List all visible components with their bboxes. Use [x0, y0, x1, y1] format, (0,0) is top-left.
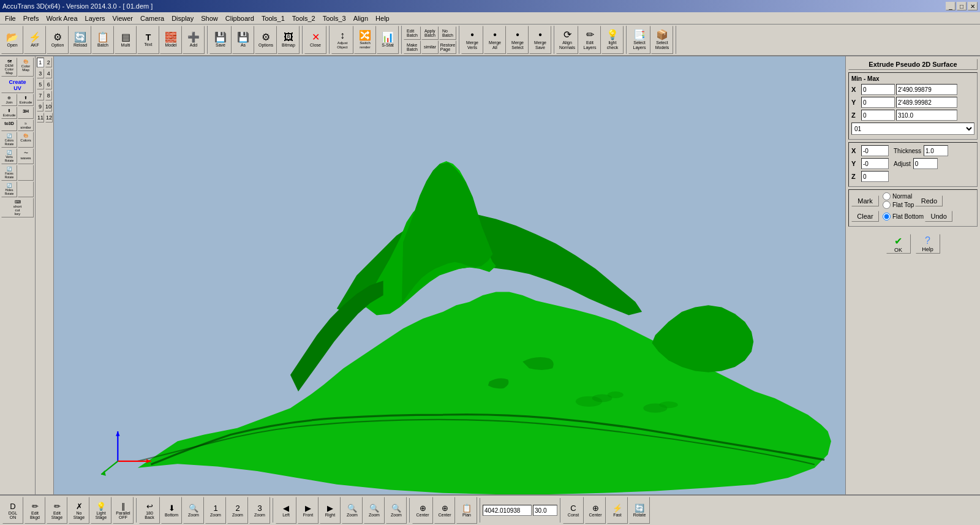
btm-fast[interactable]: ⚡Fast — [607, 497, 628, 524]
x-min-input[interactable] — [861, 84, 895, 95]
radio-flat-top[interactable]: Flat Top — [883, 201, 914, 209]
toolbar-open[interactable]: 📂Open — [1, 26, 23, 54]
adjust-input[interactable] — [913, 158, 938, 169]
btm-180[interactable]: ↩180Back — [139, 497, 160, 524]
num-tab-10[interactable]: 10 — [45, 102, 52, 111]
radio-flat-bottom[interactable]: Flat Bottom — [883, 213, 924, 221]
num-tab-7[interactable]: 7 — [37, 91, 44, 100]
num-tab-4[interactable]: 4 — [45, 69, 53, 78]
close-button[interactable]: ✕ — [968, 2, 978, 10]
num-tab-11[interactable]: 11 — [37, 113, 44, 123]
help-button[interactable]: ? Help — [916, 234, 940, 254]
num-tab-5[interactable]: 5 — [37, 80, 44, 89]
radio-flat-top-input[interactable] — [883, 201, 891, 209]
btm-center1[interactable]: ⊕Center — [412, 497, 433, 524]
toolbar-select-models[interactable]: 📦SelectModels — [651, 26, 673, 54]
radio-flat-bottom-input[interactable] — [883, 213, 891, 221]
toolbar-align-normals[interactable]: ⟳AlignNormals — [556, 26, 578, 54]
menu-viewer[interactable]: Viewer — [109, 13, 137, 23]
layer-select[interactable]: 01 — [851, 123, 974, 135]
toolbar-add[interactable]: ➕Add — [183, 26, 205, 54]
btm-front[interactable]: ▶Front — [298, 497, 318, 524]
thickness-input[interactable] — [924, 145, 948, 156]
sidebar-3h[interactable]: 3H — [18, 107, 34, 119]
clear-button[interactable]: Clear — [851, 211, 879, 222]
coord-display[interactable] — [483, 505, 532, 516]
btm-center2[interactable]: ⊕Center — [434, 497, 455, 524]
undo-button[interactable]: Undo — [925, 211, 952, 222]
menu-align[interactable]: Align — [350, 13, 372, 23]
num-tab-8[interactable]: 8 — [45, 91, 53, 100]
sidebar-holes2[interactable] — [18, 181, 34, 197]
btm-no-stage[interactable]: ✗NoStage — [69, 497, 89, 524]
toolbar-akf[interactable]: ⚡AKF — [24, 26, 46, 54]
x2-input[interactable] — [861, 145, 889, 156]
num-tab-6[interactable]: 6 — [45, 80, 53, 89]
btm-zoom2[interactable]: 2Zoom — [227, 497, 248, 524]
menu-clipboard[interactable]: Clipboard — [222, 13, 258, 23]
btm-edit-stage[interactable]: ✏EditStage — [47, 497, 67, 524]
btm-light-stage[interactable]: 💡LightStage — [91, 497, 111, 524]
toolbar-merge-all[interactable]: •MergeAll — [484, 26, 506, 54]
menu-layers[interactable]: Layers — [81, 13, 109, 23]
btm-zoom5[interactable]: 🔍Zoom — [364, 497, 385, 524]
sidebar-dem[interactable]: 🗺DEMColorMap — [1, 58, 17, 77]
toolbar-restore-page[interactable]: RestorePage — [439, 40, 456, 54]
toolbar-merge-verts[interactable]: •MergeVerts — [461, 26, 483, 54]
minimize-button[interactable]: _ — [946, 2, 956, 10]
toolbar-multi[interactable]: ▤Multi — [115, 26, 137, 54]
z-max-input[interactable] — [896, 110, 957, 121]
toolbar-edit-layers[interactable]: ✏EditLayers — [579, 26, 601, 54]
x-max-input[interactable] — [896, 84, 957, 95]
y-min-input[interactable] — [861, 97, 895, 108]
toolbar-switch-render[interactable]: 🔀Switch render — [354, 26, 376, 54]
menu-workarea[interactable]: Work Area — [42, 13, 81, 23]
menu-display[interactable]: Display — [168, 13, 197, 23]
btm-zoom1[interactable]: 1Zoom — [205, 497, 226, 524]
btm-const[interactable]: CConst — [563, 497, 584, 524]
z-min-input[interactable] — [861, 110, 895, 121]
toolbar-adjust-object[interactable]: ↕Adjust Object — [331, 26, 353, 54]
menu-tools2[interactable]: Tools_2 — [288, 13, 319, 23]
zoom-val[interactable] — [533, 505, 557, 516]
menu-show[interactable]: Show — [197, 13, 222, 23]
toolbar-no-batch[interactable]: NoBatch — [439, 26, 456, 40]
btm-dgl[interactable]: DDGLON — [2, 497, 23, 524]
btm-zoom-out[interactable]: 🔍Zoom — [183, 497, 204, 524]
toolbar-select-layers[interactable]: 📑SelectLayers — [628, 26, 650, 54]
sidebar-similar[interactable]: ≈similar — [18, 119, 34, 131]
toolbar-merge-save[interactable]: •MergeSave — [529, 26, 551, 54]
menu-file[interactable]: File — [1, 13, 20, 23]
sidebar-waves[interactable]: 〜waves — [18, 148, 34, 164]
mark-button[interactable]: Mark — [851, 195, 879, 206]
menu-tools1[interactable]: Tools_1 — [258, 13, 288, 23]
btm-zoom6[interactable]: 🔍Zoom — [386, 497, 407, 524]
y-max-input[interactable] — [896, 97, 957, 108]
radio-normal[interactable]: Normal — [883, 192, 914, 200]
toolbar-sstat[interactable]: 📊S-Stat — [377, 26, 399, 54]
toolbar-similar[interactable]: similar — [421, 40, 439, 54]
btm-left[interactable]: ◀Left — [276, 497, 296, 524]
sidebar-faces2[interactable] — [18, 165, 34, 181]
toolbar-reload[interactable]: 🔄Reload — [69, 26, 91, 54]
btm-parallel[interactable]: ∥ParallelOFF — [113, 497, 134, 524]
sidebar-colors2[interactable]: 🎨Colors — [18, 132, 34, 148]
toolbar-bitmap[interactable]: 🖼Bitmap — [277, 26, 300, 54]
menu-prefs[interactable]: Prefs — [20, 13, 43, 23]
btm-bottom[interactable]: ⬇Bottom — [161, 497, 182, 524]
toolbar-merge-select[interactable]: •MergeSelect — [507, 26, 529, 54]
sidebar-create-uv[interactable]: CreateUV — [1, 77, 34, 93]
menu-camera[interactable]: Camera — [137, 13, 168, 23]
toolbar-light-check[interactable]: 💡lightcheck — [601, 26, 624, 54]
num-tab-12[interactable]: 12 — [45, 113, 53, 123]
num-tab-9[interactable]: 9 — [37, 102, 43, 111]
toolbar-save[interactable]: 💾Save — [209, 26, 232, 54]
toolbar-make-batch[interactable]: MakeBatch — [404, 40, 421, 54]
num-tab-1[interactable]: 1 — [37, 58, 44, 67]
btm-edit-bkgd[interactable]: ✏EditBkgd — [24, 497, 45, 524]
num-tab-2[interactable]: 2 — [45, 58, 53, 67]
toolbar-text[interactable]: TText — [137, 26, 159, 54]
btm-center3[interactable]: ⊕Center — [585, 497, 606, 524]
toolbar-model[interactable]: 🧱Model — [160, 26, 182, 54]
redo-button[interactable]: Redo — [915, 195, 943, 206]
